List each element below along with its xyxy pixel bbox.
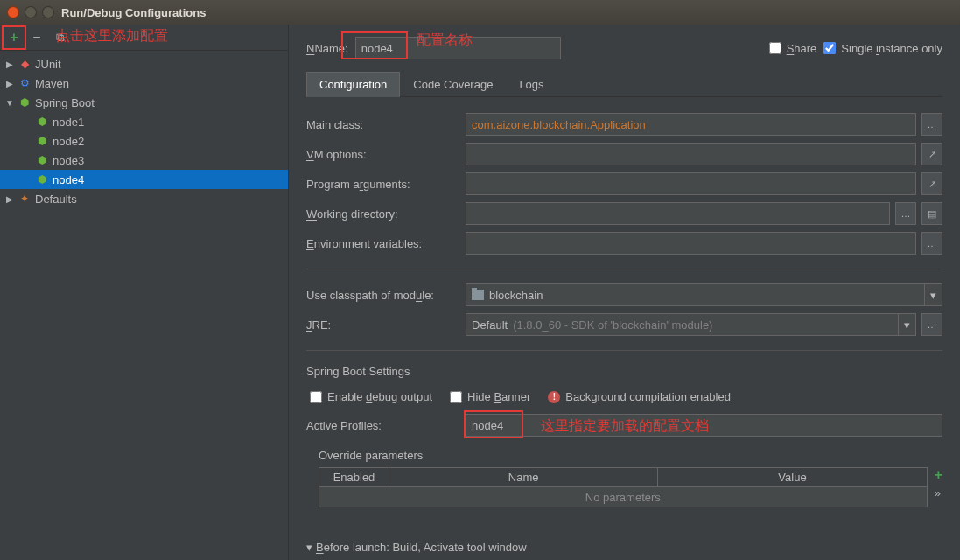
jre-label: JRE: bbox=[306, 318, 457, 332]
classpath-label: Use classpath of module: bbox=[306, 289, 457, 302]
vm-options-input[interactable] bbox=[466, 143, 916, 165]
form-area: Main class: … VM options: ↗ Program argu… bbox=[306, 104, 942, 560]
config-sidebar: + − ⧉ 点击这里添加配置 ▶ ◆ JUnit ▶ ⚙ Maven ▼ ⬢ S… bbox=[0, 24, 289, 560]
tree-junit[interactable]: ▶ ◆ JUnit bbox=[0, 54, 288, 74]
macro-dir-button[interactable]: ▤ bbox=[921, 202, 942, 225]
spring-icon: ⬢ bbox=[35, 172, 49, 186]
tab-logs[interactable]: Logs bbox=[506, 72, 557, 96]
classpath-select[interactable]: blockchain ▾ bbox=[466, 284, 942, 306]
working-dir-label: Working directory: bbox=[306, 207, 457, 220]
env-vars-input[interactable] bbox=[466, 232, 916, 255]
no-params-row: No parameters bbox=[319, 487, 927, 507]
program-args-label: Program arguments: bbox=[306, 178, 457, 191]
params-table[interactable]: Enabled Name Value No parameters bbox=[319, 467, 928, 508]
tree-defaults[interactable]: ▶ ✦ Defaults bbox=[0, 189, 288, 208]
single-instance-label: Single instance only bbox=[841, 42, 942, 55]
bg-compile-row: ! Background compilation enabled bbox=[548, 390, 731, 403]
th-name: Name bbox=[389, 468, 658, 486]
tree-node2[interactable]: ⬢ node2 bbox=[0, 131, 288, 150]
window-close-button[interactable] bbox=[7, 6, 19, 18]
before-launch-header[interactable]: ▾ Before launch: Build, Activate tool wi… bbox=[306, 541, 942, 554]
hide-banner-row[interactable]: Hide Banner bbox=[450, 390, 530, 403]
expand-vm-button[interactable]: ↗ bbox=[921, 143, 942, 165]
add-param-button[interactable]: + bbox=[935, 467, 942, 483]
chevron-down-icon: ▾ bbox=[898, 314, 915, 335]
spring-icon: ⬢ bbox=[35, 134, 49, 148]
config-tree: ▶ ◆ JUnit ▶ ⚙ Maven ▼ ⬢ Spring Boot ⬢ no… bbox=[0, 51, 288, 560]
enable-debug-label: Enable debug output bbox=[327, 390, 432, 403]
main-class-label: Main class: bbox=[306, 118, 457, 131]
tree-node1[interactable]: ⬢ node1 bbox=[0, 112, 288, 131]
window-controls bbox=[7, 6, 54, 18]
expand-icon: ▶ bbox=[5, 60, 14, 69]
junit-icon: ◆ bbox=[18, 57, 32, 71]
window-titlebar: Run/Debug Configurations bbox=[0, 0, 960, 24]
working-dir-input[interactable] bbox=[466, 202, 890, 225]
expand-icon: ▶ bbox=[5, 79, 14, 88]
more-param-button[interactable]: » bbox=[935, 486, 942, 500]
bg-compile-label: Background compilation enabled bbox=[565, 390, 731, 403]
config-content: NName: Share Single instance only 配置名称 C… bbox=[289, 24, 960, 560]
single-instance-checkbox[interactable] bbox=[823, 42, 836, 54]
single-instance-row[interactable]: Single instance only bbox=[823, 42, 942, 55]
collapse-icon: ▾ bbox=[306, 541, 312, 554]
spring-icon: ⬢ bbox=[18, 95, 32, 109]
tree-node4[interactable]: ⬢ node4 bbox=[0, 170, 288, 189]
browse-class-button[interactable]: … bbox=[921, 113, 942, 136]
vm-options-label: VM options: bbox=[306, 148, 457, 161]
jre-browse-button[interactable]: … bbox=[921, 313, 942, 336]
config-tabs: Configuration Code Coverage Logs bbox=[306, 72, 942, 97]
hide-banner-checkbox[interactable] bbox=[450, 391, 462, 403]
before-launch-toolbar: + − ✎ ↑ ↓ bbox=[306, 554, 942, 560]
th-enabled: Enabled bbox=[319, 468, 389, 486]
defaults-icon: ✦ bbox=[18, 192, 32, 206]
env-vars-button[interactable]: … bbox=[921, 232, 942, 255]
spring-icon: ⬢ bbox=[35, 153, 49, 167]
remove-config-button[interactable]: − bbox=[28, 29, 46, 46]
program-args-input[interactable] bbox=[466, 172, 916, 195]
active-profiles-input[interactable] bbox=[466, 414, 942, 437]
share-checkbox-row[interactable]: Share bbox=[769, 42, 817, 55]
tree-maven[interactable]: ▶ ⚙ Maven bbox=[0, 74, 288, 93]
main-class-input[interactable] bbox=[466, 113, 916, 136]
chevron-down-icon: ▾ bbox=[924, 284, 942, 305]
copy-config-button[interactable]: ⧉ bbox=[51, 29, 68, 46]
share-checkbox[interactable] bbox=[769, 42, 781, 54]
window-maximize-button[interactable] bbox=[42, 6, 54, 18]
browse-dir-button[interactable]: … bbox=[895, 202, 916, 225]
tree-springboot[interactable]: ▼ ⬢ Spring Boot bbox=[0, 93, 288, 112]
name-row: NName: Share Single instance only bbox=[306, 37, 942, 60]
spring-section-title: Spring Boot Settings bbox=[306, 365, 942, 378]
collapse-icon: ▼ bbox=[5, 98, 14, 108]
expand-icon: ▶ bbox=[5, 194, 14, 204]
override-params-label: Override parameters bbox=[319, 449, 942, 462]
tab-coverage[interactable]: Code Coverage bbox=[400, 72, 506, 96]
enable-debug-row[interactable]: Enable debug output bbox=[310, 390, 432, 403]
jre-select[interactable]: Default (1.8.0_60 - SDK of 'blockchain' … bbox=[466, 313, 916, 336]
tab-configuration[interactable]: Configuration bbox=[306, 72, 400, 97]
spring-icon: ⬢ bbox=[35, 115, 49, 129]
name-label: NName: bbox=[306, 42, 348, 55]
share-label: Share bbox=[787, 42, 817, 55]
folder-icon bbox=[472, 290, 484, 300]
hide-banner-label: Hide Banner bbox=[467, 390, 530, 403]
add-config-button[interactable]: + bbox=[5, 29, 23, 46]
enable-debug-checkbox[interactable] bbox=[310, 391, 322, 403]
env-vars-label: Environment variables: bbox=[306, 237, 457, 250]
active-profiles-label: Active Profiles: bbox=[306, 419, 457, 432]
sidebar-toolbar: + − ⧉ 点击这里添加配置 bbox=[0, 24, 288, 51]
expand-args-button[interactable]: ↗ bbox=[921, 172, 942, 195]
window-title: Run/Debug Configurations bbox=[61, 6, 206, 19]
window-minimize-button[interactable] bbox=[25, 6, 37, 18]
maven-icon: ⚙ bbox=[18, 76, 32, 90]
add-annotation: 点击这里添加配置 bbox=[56, 27, 168, 46]
tree-node3[interactable]: ⬢ node3 bbox=[0, 150, 288, 170]
warning-icon: ! bbox=[548, 391, 560, 403]
name-input[interactable] bbox=[355, 37, 561, 60]
th-value: Value bbox=[658, 468, 926, 486]
